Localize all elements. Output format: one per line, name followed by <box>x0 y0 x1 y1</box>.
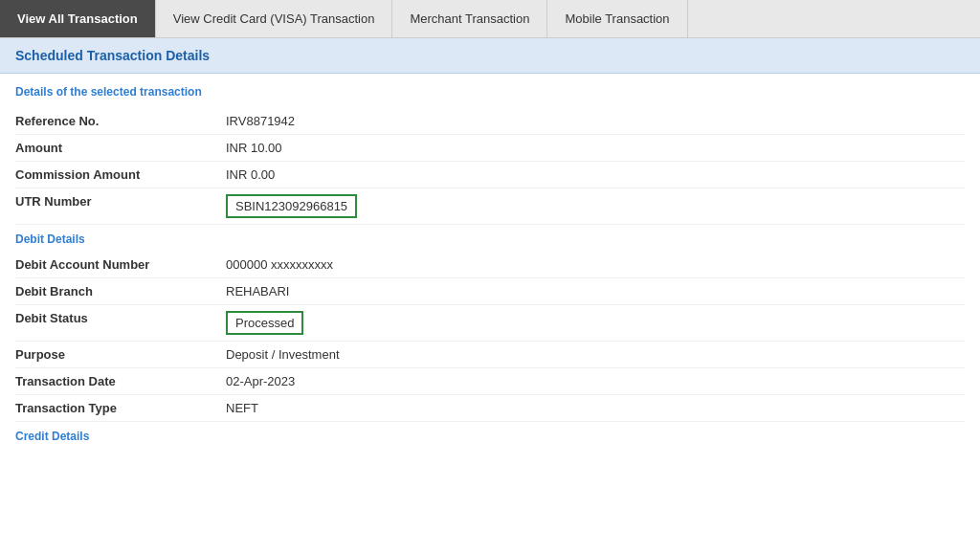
detail-label: Commission Amount <box>15 167 226 182</box>
detail-label: Purpose <box>15 347 226 362</box>
debit-details-group: Debit Account Number000000 xxxxxxxxxxDeb… <box>15 252 965 422</box>
table-row: Transaction TypeNEFT <box>15 395 965 422</box>
detail-value: NEFT <box>226 401 258 415</box>
table-row: Debit BranchREHABARI <box>15 278 965 305</box>
detail-value: INR 0.00 <box>226 167 275 182</box>
detail-value: INR 10.00 <box>226 141 282 155</box>
detail-label: Debit Account Number <box>15 257 226 272</box>
table-row: UTR NumberSBIN123092966815 <box>15 188 965 225</box>
detail-label: Transaction Type <box>15 401 226 415</box>
content-area: Details of the selected transaction Refe… <box>0 74 980 460</box>
detail-value: Processed <box>226 311 303 335</box>
sub-header: Details of the selected transaction <box>15 85 965 99</box>
tab-mobile[interactable]: Mobile Transaction <box>547 0 687 37</box>
detail-label: Debit Status <box>15 311 226 325</box>
table-row: Debit StatusProcessed <box>15 305 965 342</box>
detail-value: 02-Apr-2023 <box>226 374 295 388</box>
detail-value: REHABARI <box>226 284 289 299</box>
section-title: Scheduled Transaction Details <box>0 38 980 74</box>
tab-merchant[interactable]: Merchant Transaction <box>392 0 547 37</box>
tab-bar: View All Transaction View Credit Card (V… <box>0 0 980 38</box>
detail-value: Deposit / Investment <box>226 347 340 362</box>
credit-section-label: Credit Details <box>15 430 965 443</box>
tab-view-all[interactable]: View All Transaction <box>0 0 156 37</box>
tab-credit-card[interactable]: View Credit Card (VISA) Transaction <box>156 0 393 37</box>
table-row: AmountINR 10.00 <box>15 135 965 162</box>
detail-label: Transaction Date <box>15 374 226 388</box>
transaction-details-group: Reference No.IRV8871942AmountINR 10.00Co… <box>15 108 965 225</box>
detail-label: Reference No. <box>15 114 226 128</box>
table-row: Debit Account Number000000 xxxxxxxxxx <box>15 252 965 278</box>
table-row: Transaction Date02-Apr-2023 <box>15 368 965 395</box>
detail-value: IRV8871942 <box>226 114 295 128</box>
table-row: Commission AmountINR 0.00 <box>15 162 965 188</box>
detail-value: SBIN123092966815 <box>226 194 357 218</box>
table-row: PurposeDeposit / Investment <box>15 342 965 368</box>
detail-value: 000000 xxxxxxxxxx <box>226 257 333 272</box>
detail-label: Debit Branch <box>15 284 226 299</box>
detail-label: Amount <box>15 141 226 155</box>
detail-label: UTR Number <box>15 194 226 209</box>
table-row: Reference No.IRV8871942 <box>15 108 965 135</box>
debit-section-label: Debit Details <box>15 232 965 246</box>
